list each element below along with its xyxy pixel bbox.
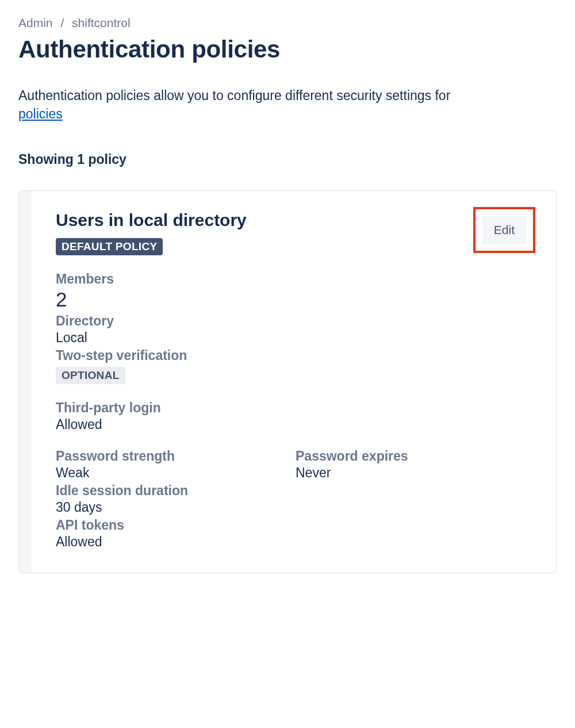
api-label: API tokens (56, 518, 535, 533)
breadcrumb: Admin / shiftcontrol (18, 16, 557, 30)
idle-value: 30 days (56, 500, 535, 515)
pw-strength-value: Weak (56, 465, 296, 481)
directory-label: Directory (56, 313, 535, 329)
edit-button[interactable]: Edit (482, 216, 526, 244)
pw-expires-value: Never (296, 465, 535, 481)
edit-highlight: Edit (473, 207, 535, 253)
thirdparty-value: Allowed (56, 417, 535, 432)
policy-title: Users in local directory (56, 210, 247, 230)
thirdparty-label: Third-party login (56, 400, 535, 416)
members-value: 2 (56, 288, 535, 311)
card-accent (19, 191, 32, 573)
breadcrumb-org[interactable]: shiftcontrol (72, 16, 131, 29)
policy-card: Users in local directory DEFAULT POLICY … (18, 190, 557, 573)
page-description: Authentication policies allow you to con… (18, 86, 557, 123)
idle-label: Idle session duration (56, 483, 535, 499)
showing-count: Showing 1 policy (18, 152, 557, 167)
pw-expires-label: Password expires (296, 449, 535, 464)
members-label: Members (56, 271, 535, 287)
breadcrumb-admin[interactable]: Admin (18, 16, 53, 29)
api-value: Allowed (56, 534, 535, 550)
default-policy-badge: DEFAULT POLICY (56, 238, 163, 255)
pw-strength-label: Password strength (56, 449, 296, 464)
breadcrumb-separator: / (60, 16, 64, 29)
policies-link[interactable]: policies (18, 106, 63, 121)
directory-value: Local (56, 330, 535, 346)
twostep-badge: OPTIONAL (56, 367, 125, 384)
twostep-label: Two-step verification (56, 348, 535, 363)
page-title: Authentication policies (18, 36, 557, 63)
description-text: Authentication policies allow you to con… (18, 88, 450, 103)
